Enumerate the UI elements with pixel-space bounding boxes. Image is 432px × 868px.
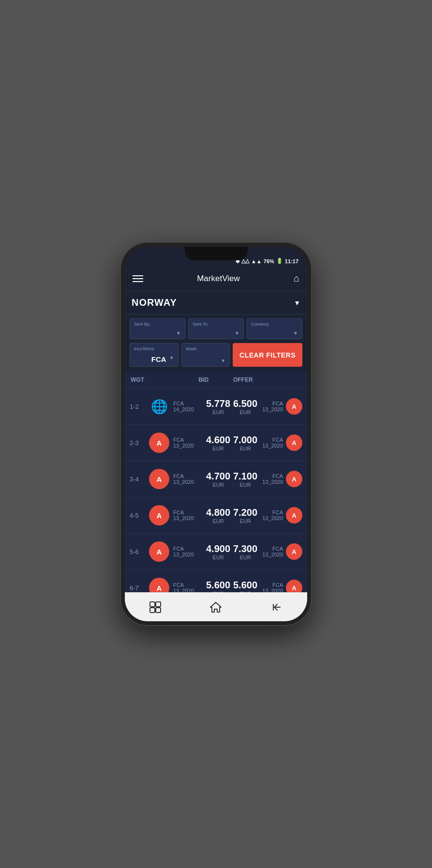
row-avatar-left: A: [149, 578, 169, 592]
row-right: FCA 13_2020 A: [259, 580, 302, 592]
row-bid-value: 5.778: [205, 398, 232, 409]
row-weight: 4-5: [130, 512, 149, 519]
row-terms-left: FCA 14_2020: [173, 401, 205, 412]
menu-button[interactable]: [133, 275, 143, 282]
back-button[interactable]: [265, 595, 289, 619]
sent-to-label: Sent To:: [193, 322, 239, 327]
svg-rect-3: [156, 608, 161, 613]
row-bid-value: 4.600: [205, 434, 232, 446]
row-weight: 5-6: [130, 548, 149, 555]
row-right-week: 13_2020: [262, 515, 283, 521]
svg-rect-2: [150, 608, 155, 613]
row-avatar-right[interactable]: A: [286, 471, 302, 487]
row-weight: 1-2: [130, 403, 149, 410]
row-right-week: 13_2020: [262, 588, 283, 592]
svg-rect-0: [150, 602, 155, 607]
week-arrow: ▼: [221, 358, 225, 363]
table-header: WGT BID OFFER: [125, 372, 307, 389]
home-icon[interactable]: ⌂: [294, 273, 299, 284]
row-weight: 2-3: [130, 439, 149, 447]
hamburger-line-1: [133, 275, 143, 276]
home-nav-button[interactable]: [204, 595, 228, 619]
time-display: 11:17: [285, 258, 298, 264]
row-avatar-right[interactable]: A: [286, 507, 302, 524]
row-offer-value: 7.000: [232, 434, 259, 446]
row-offer-currency: EUR: [232, 446, 259, 451]
row-terms-week: 13_2020: [173, 479, 205, 485]
row-offer: 6.500 EUR: [232, 398, 259, 415]
row-offer-value: 5.600: [232, 580, 259, 591]
row-right-terms: FCA 13_2020: [262, 546, 283, 557]
row-terms-week: 13_2020: [173, 515, 205, 521]
table-row[interactable]: 5-6 A FCA 13_2020 4.900 EUR 7.300 EUR FC…: [125, 534, 307, 570]
row-avatar-right[interactable]: A: [286, 580, 302, 592]
row-offer-currency: EUR: [232, 409, 259, 415]
row-terms-label: FCA: [173, 582, 205, 588]
row-terms-left: FCA 13_2020: [173, 582, 205, 592]
hamburger-line-3: [133, 281, 143, 282]
filter-row-2: IncoTerms FCA ▼ Week ▼ CLEAR FILTERS: [125, 343, 307, 372]
incoterms-filter[interactable]: IncoTerms FCA ▼: [130, 343, 179, 367]
notch: [185, 247, 248, 260]
row-avatar-right[interactable]: A: [286, 543, 302, 560]
row-right-week: 13_2020: [262, 406, 283, 412]
row-right-week: 13_2020: [262, 552, 283, 557]
app-header: MarketView ⌂: [125, 266, 307, 291]
row-offer: 7.300 EUR: [232, 543, 259, 560]
row-right-terms: FCA 13_2020: [262, 473, 283, 485]
row-offer-currency: EUR: [232, 518, 259, 524]
row-terms-left: FCA 13_2020: [173, 509, 205, 521]
row-right-terms: FCA 13_2020: [262, 509, 283, 521]
row-right-terms-label: FCA: [262, 437, 283, 443]
incoterms-value: FCA: [151, 355, 166, 363]
signal-icon: ▲▲: [251, 258, 262, 264]
row-right-terms-label: FCA: [262, 546, 283, 552]
currency-filter[interactable]: Currency ▼: [247, 318, 302, 339]
row-bid-currency: EUR: [205, 409, 232, 415]
table-row[interactable]: 6-7 A FCA 13_2020 5.600 EUR 5.600 EUR FC…: [125, 570, 307, 592]
week-label: Week: [186, 346, 226, 351]
row-avatar-right[interactable]: A: [286, 398, 302, 415]
app-title: MarketView: [197, 274, 240, 284]
row-offer-value: 7.100: [232, 471, 259, 482]
row-terms-week: 13_2020: [173, 443, 205, 449]
table-row[interactable]: 3-4 A FCA 13_2020 4.700 EUR 7.100 EUR FC…: [125, 461, 307, 497]
row-avatar-left: A: [149, 505, 169, 525]
row-weight: 3-4: [130, 476, 149, 483]
row-avatar-right[interactable]: A: [286, 434, 302, 451]
row-offer-value: 7.300: [232, 543, 259, 554]
sent-by-arrow: ▼: [176, 330, 181, 336]
row-terms-label: FCA: [173, 401, 205, 406]
row-right: FCA 13_2020 A: [259, 471, 302, 487]
sent-to-filter[interactable]: Sent To: ▼: [188, 318, 244, 339]
row-terms-label: FCA: [173, 437, 205, 443]
country-selector[interactable]: NORWAY ▼: [125, 291, 307, 314]
table-row[interactable]: 1-2 🌐 FCA 14_2020 5.778 EUR 6.500 EUR FC…: [125, 389, 307, 425]
row-offer: 7.000 EUR: [232, 434, 259, 451]
filter-row-1: Sent By: ▼ Sent To: ▼ Currency ▼: [125, 314, 307, 343]
row-right: FCA 13_2020 A: [259, 398, 302, 415]
row-weight: 6-7: [130, 584, 149, 592]
table-row[interactable]: 4-5 A FCA 13_2020 4.800 EUR 7.200 EUR FC…: [125, 497, 307, 534]
row-offer-currency: EUR: [232, 482, 259, 488]
row-offer-currency: EUR: [232, 554, 259, 560]
week-filter[interactable]: Week ▼: [181, 343, 230, 367]
col-bid-header: BID: [184, 376, 223, 383]
overview-button[interactable]: [143, 595, 167, 619]
table-row[interactable]: 2-3 A FCA 13_2020 4.600 EUR 7.000 EUR FC…: [125, 425, 307, 461]
sent-by-filter[interactable]: Sent By: ▼: [130, 318, 185, 339]
row-bid: 5.600 EUR: [205, 580, 232, 593]
row-bid: 4.800 EUR: [205, 507, 232, 524]
status-right: ◆ △△ ▲▲ 76% 🔋 11:17: [236, 258, 298, 264]
country-name: NORWAY: [132, 297, 177, 308]
row-offer-value: 6.500: [232, 398, 259, 409]
row-bid-currency: EUR: [205, 518, 232, 524]
battery-percent: 76%: [264, 258, 274, 264]
row-right: FCA 13_2020 A: [259, 507, 302, 524]
row-offer: 7.100 EUR: [232, 471, 259, 488]
clear-filters-button[interactable]: CLEAR FILTERS: [233, 343, 302, 367]
row-bid-value: 5.600: [205, 580, 232, 591]
currency-label: Currency: [251, 322, 298, 327]
row-bid: 5.778 EUR: [205, 398, 232, 415]
row-right-terms: FCA 13_2020: [262, 437, 283, 449]
